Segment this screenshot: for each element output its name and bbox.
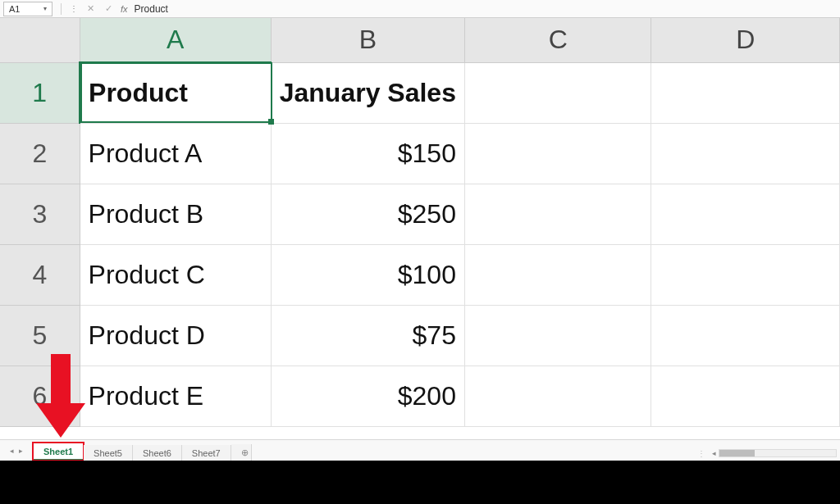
formula-bar-buttons: ⋮ ✕ ✓ fx [59, 3, 128, 15]
row-header-1[interactable]: 1 [0, 62, 80, 123]
row-header-2[interactable]: 2 [0, 123, 80, 184]
cell-A2[interactable]: Product A [80, 123, 271, 184]
row-header-6[interactable]: 6 [0, 366, 80, 426]
sheet-tab-sheet7[interactable]: Sheet7 [182, 445, 231, 461]
cell-C3[interactable] [464, 184, 651, 244]
fx-icon[interactable]: fx [121, 4, 128, 14]
cell-B1[interactable]: January Sales [271, 62, 464, 123]
column-header-A[interactable]: A [80, 18, 271, 62]
cell-D6[interactable] [651, 366, 840, 426]
chevron-down-icon: ▾ [43, 5, 47, 12]
cell-A3[interactable]: Product B [80, 184, 271, 244]
cell-C4[interactable] [464, 244, 651, 305]
cell-A4[interactable]: Product C [80, 244, 271, 305]
add-sheet-button[interactable]: ⊕ [231, 444, 252, 461]
column-header-C[interactable]: C [464, 18, 651, 62]
row-header-5[interactable]: 5 [0, 305, 80, 366]
name-box-value: A1 [9, 4, 20, 14]
row-header-4[interactable]: 4 [0, 244, 80, 305]
spreadsheet-grid: A B C D 1 Product January Sales 2 Produc… [0, 18, 840, 427]
cell-C5[interactable] [464, 305, 651, 366]
cell-D1[interactable] [651, 62, 840, 123]
cell-B2[interactable]: $150 [271, 123, 464, 184]
tab-nav-next-icon[interactable]: ▸ [19, 447, 23, 455]
scroll-thumb[interactable] [719, 450, 755, 456]
scroll-track[interactable] [719, 449, 837, 457]
sheet-tab-sheet1[interactable]: Sheet1 [33, 443, 84, 461]
sheet-tab-sheet5[interactable]: Sheet5 [84, 445, 133, 461]
confirm-icon[interactable]: ✓ [103, 3, 114, 14]
cell-A5[interactable]: Product D [80, 305, 271, 366]
cell-D4[interactable] [651, 244, 840, 305]
cell-B6[interactable]: $200 [271, 366, 464, 426]
scroll-left-icon[interactable]: ◂ [709, 449, 719, 457]
cell-A6[interactable]: Product E [80, 366, 271, 426]
separator-icon [61, 3, 62, 15]
formula-input[interactable]: Product [128, 3, 840, 15]
horizontal-scrollbar[interactable]: ⋮ ◂ [697, 448, 837, 458]
scroll-grip-icon[interactable]: ⋮ [697, 449, 705, 458]
column-header-D[interactable]: D [651, 18, 840, 62]
cell-B4[interactable]: $100 [271, 244, 464, 305]
tab-nav-prev-icon[interactable]: ◂ [10, 447, 14, 455]
bottom-black-bar [0, 461, 840, 504]
more-icon[interactable]: ⋮ [70, 4, 78, 13]
formula-bar: A1 ▾ ⋮ ✕ ✓ fx Product [0, 0, 840, 18]
row-header-3[interactable]: 3 [0, 184, 80, 244]
cell-C2[interactable] [464, 123, 651, 184]
cell-A1[interactable]: Product [80, 62, 271, 123]
sheet-tab-sheet6[interactable]: Sheet6 [133, 445, 182, 461]
sheet-tabs: Sheet1 Sheet5 Sheet6 Sheet7 ⊕ [33, 440, 252, 461]
cell-D2[interactable] [651, 123, 840, 184]
select-all-corner[interactable] [0, 18, 80, 62]
cell-C1[interactable] [464, 62, 651, 123]
cell-B3[interactable]: $250 [271, 184, 464, 244]
cell-C6[interactable] [464, 366, 651, 426]
cell-D3[interactable] [651, 184, 840, 244]
column-header-B[interactable]: B [271, 18, 464, 62]
cancel-icon[interactable]: ✕ [84, 3, 96, 14]
cell-D5[interactable] [651, 305, 840, 366]
sheet-tab-bar: ◂ ▸ Sheet1 Sheet5 Sheet6 Sheet7 ⊕ ⋮ ◂ [0, 439, 840, 461]
name-box[interactable]: A1 ▾ [3, 2, 52, 16]
cell-B5[interactable]: $75 [271, 305, 464, 366]
